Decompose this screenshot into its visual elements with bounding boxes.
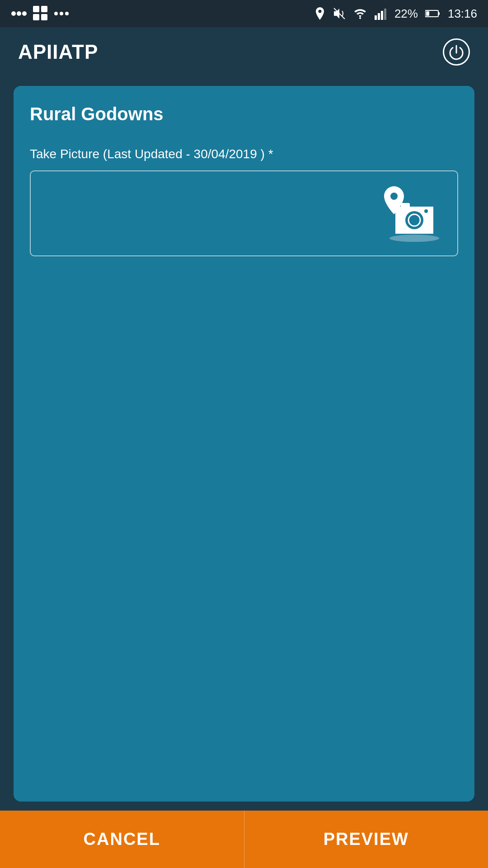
svg-point-11 xyxy=(359,17,361,19)
camera-location-icon xyxy=(371,184,444,243)
camera-with-pin-icon xyxy=(371,184,444,243)
field-label: Take Picture (Last Updated - 30/04/2019 … xyxy=(30,147,458,161)
svg-point-9 xyxy=(65,12,69,15)
status-bar-left xyxy=(11,5,70,22)
svg-point-7 xyxy=(54,12,58,15)
svg-point-21 xyxy=(408,214,420,226)
preview-button[interactable]: PREVIEW xyxy=(244,811,488,868)
svg-point-23 xyxy=(424,209,428,213)
status-bar: 22% 13:16 xyxy=(0,0,488,27)
signal-icon xyxy=(375,7,387,20)
wifi-icon xyxy=(353,7,367,20)
status-time: 13:16 xyxy=(448,7,477,21)
card-title: Rural Godowns xyxy=(30,104,458,124)
svg-point-1 xyxy=(17,11,21,16)
svg-rect-5 xyxy=(33,14,39,20)
bottom-buttons: CANCEL PREVIEW xyxy=(0,811,488,868)
card: Rural Godowns Take Picture (Last Updated… xyxy=(14,86,474,802)
grid-icon xyxy=(33,5,49,22)
status-bar-right: 22% 13:16 xyxy=(314,6,477,21)
battery-level: 22% xyxy=(394,7,418,21)
mute-icon xyxy=(333,7,346,20)
svg-rect-6 xyxy=(41,14,47,20)
more-icon xyxy=(54,5,70,22)
svg-rect-4 xyxy=(41,6,47,12)
svg-rect-12 xyxy=(375,15,377,20)
cancel-button[interactable]: CANCEL xyxy=(0,811,244,868)
battery-icon xyxy=(425,9,441,18)
app-title: APIIATP xyxy=(18,41,98,63)
svg-point-8 xyxy=(60,12,63,15)
main-content: Rural Godowns Take Picture (Last Updated… xyxy=(0,77,488,811)
svg-point-2 xyxy=(22,11,27,16)
svg-point-24 xyxy=(389,235,439,242)
location-icon xyxy=(314,6,326,21)
svg-rect-14 xyxy=(381,11,383,20)
svg-point-0 xyxy=(11,11,16,16)
power-button[interactable] xyxy=(443,38,470,66)
svg-rect-17 xyxy=(438,12,440,15)
svg-rect-3 xyxy=(33,6,39,12)
apps-icon xyxy=(11,5,27,22)
picture-input-box[interactable] xyxy=(30,170,458,256)
app-header: APIIATP xyxy=(0,27,488,77)
svg-rect-22 xyxy=(401,203,410,208)
svg-rect-13 xyxy=(378,13,380,20)
svg-rect-15 xyxy=(384,9,386,20)
svg-rect-18 xyxy=(426,11,429,16)
power-icon xyxy=(448,44,465,60)
